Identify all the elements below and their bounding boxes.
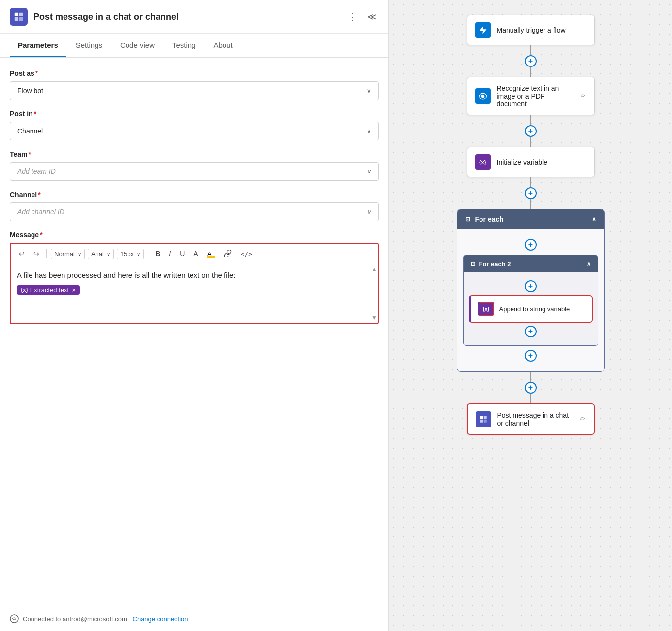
editor-scrollbar: ▲ ▼ [370, 264, 378, 323]
token-label: Extracted text [30, 286, 69, 294]
font-dropdown[interactable]: Arial ∨ [88, 249, 114, 259]
undo-button[interactable]: ↩ [16, 248, 28, 260]
svg-rect-2 [15, 17, 18, 21]
foreach2-header[interactable]: ⊡ For each 2 ∧ [464, 255, 598, 272]
init-var-node[interactable]: {x} Initialize variable [467, 147, 595, 177]
foreach2-body: + {x} Append to string variable + [464, 272, 598, 345]
svg-rect-3 [19, 17, 23, 21]
svg-point-7 [481, 95, 484, 98]
font-chevron-icon: ∨ [107, 251, 110, 257]
append-node[interactable]: {x} Append to string variable [469, 295, 593, 323]
editor-main[interactable]: A file has been processed and here is al… [11, 264, 370, 323]
add-step-btn-foreach[interactable]: + [525, 239, 537, 251]
svg-rect-10 [480, 420, 483, 423]
panel-title: Post message in a chat or channel [33, 12, 347, 22]
link-button[interactable] [221, 248, 235, 259]
editor-area[interactable]: A file has been processed and here is al… [11, 264, 370, 323]
underline-button[interactable]: U [177, 248, 188, 260]
team-label: Team* [10, 150, 379, 158]
message-field-group: Message* ↩ ↪ Normal ∨ Arial ∨ [10, 231, 379, 324]
connector-line [530, 177, 531, 187]
bold-button[interactable]: B [152, 248, 163, 260]
add-step-btn-3[interactable]: + [525, 187, 537, 199]
tab-bar: Parameters Settings Code view Testing Ab… [0, 34, 388, 58]
code-view-button[interactable]: </> [238, 248, 255, 260]
foreach-add-connector-bottom: + [463, 350, 598, 362]
strikethrough-button[interactable]: A [191, 248, 201, 260]
add-step-btn-2[interactable]: + [525, 125, 537, 137]
scroll-up-icon[interactable]: ▲ [371, 266, 377, 273]
post-as-select[interactable]: Flow bot ∨ [10, 81, 379, 100]
ocr-label: Recognize text in an image or a PDF docu… [497, 84, 574, 108]
add-step-btn-foreach2[interactable]: + [525, 280, 537, 292]
token-close-icon[interactable]: × [72, 286, 76, 294]
channel-select[interactable]: Add channel ID ∨ [10, 202, 379, 221]
svg-rect-11 [483, 420, 486, 423]
extracted-text-token[interactable]: {x} Extracted text × [17, 285, 80, 295]
trigger-node[interactable]: Manually trigger a flow [467, 15, 595, 45]
connector-line [530, 45, 531, 55]
style-dropdown[interactable]: Normal ∨ [51, 249, 85, 259]
tab-testing[interactable]: Testing [164, 34, 204, 57]
add-step-btn-foreach2-bottom[interactable]: + [525, 326, 537, 337]
tab-settings[interactable]: Settings [68, 34, 110, 57]
team-select[interactable]: Add team ID ∨ [10, 162, 379, 181]
panel-header: Post message in a chat or channel ⋮ ≪ [0, 0, 388, 34]
post-message-icon [476, 411, 491, 427]
rich-text-toolbar: ↩ ↪ Normal ∨ Arial ∨ 15px ∨ [11, 244, 378, 264]
connector-line [530, 115, 531, 125]
post-in-label: Post in* [10, 110, 379, 118]
init-var-icon: {x} [475, 154, 491, 170]
highlight-button[interactable]: A [204, 248, 218, 260]
message-label: Message* [10, 231, 379, 239]
post-message-node[interactable]: Post message in a chat or channel [467, 403, 595, 435]
left-panel: Post message in a chat or channel ⋮ ≪ Pa… [0, 0, 389, 631]
add-step-btn-1[interactable]: + [525, 55, 537, 67]
foreach-container: ⊡ For each ∧ + ⊡ For each 2 ∧ [457, 209, 605, 372]
tab-about[interactable]: About [206, 34, 241, 57]
tab-code-view[interactable]: Code view [112, 34, 162, 57]
collapse-icon[interactable]: ≪ [365, 9, 379, 24]
foreach-header[interactable]: ⊡ For each ∧ [457, 209, 604, 229]
token-icon: {x} [21, 287, 28, 293]
channel-label: Channel* [10, 191, 379, 199]
post-in-select[interactable]: Channel ∨ [10, 122, 379, 140]
connection-icon [10, 614, 19, 623]
team-field-group: Team* Add team ID ∨ [10, 150, 379, 181]
trigger-label: Manually trigger a flow [497, 26, 566, 34]
post-in-chevron-icon: ∨ [367, 128, 371, 134]
toolbar-separator-2 [148, 249, 148, 258]
connector-line [530, 372, 531, 382]
flow-canvas: Manually trigger a flow + Recognize text… [399, 10, 662, 440]
more-options-icon[interactable]: ⋮ [347, 9, 359, 24]
scroll-down-icon[interactable]: ▼ [371, 314, 377, 321]
size-chevron-icon: ∨ [137, 251, 140, 257]
ocr-node[interactable]: Recognize text in an image or a PDF docu… [467, 77, 595, 115]
italic-button[interactable]: I [166, 248, 174, 260]
foreach2-add-connector: + [469, 280, 593, 292]
foreach2-resize-icon: ⊡ [471, 261, 475, 267]
add-step-btn-4[interactable]: + [525, 382, 537, 394]
add-step-btn-foreach-bottom[interactable]: + [525, 350, 537, 362]
foreach-label: For each [475, 215, 504, 223]
toolbar-separator-1 [46, 249, 47, 258]
foreach2-chevron-icon[interactable]: ∧ [587, 261, 591, 267]
trigger-icon [475, 22, 491, 38]
svg-point-6 [10, 615, 18, 623]
post-as-label: Post as* [10, 69, 379, 77]
editor-text: A file has been processed and here is al… [17, 270, 364, 281]
ocr-icon [475, 88, 491, 104]
tab-parameters[interactable]: Parameters [10, 34, 66, 57]
redo-button[interactable]: ↪ [31, 248, 42, 260]
foreach-add-connector: + [463, 239, 598, 251]
svg-rect-1 [19, 13, 23, 16]
style-chevron-icon: ∨ [78, 251, 81, 257]
foreach-body: + ⊡ For each 2 ∧ + [457, 229, 604, 371]
foreach-resize-icon: ⊡ [465, 216, 470, 223]
foreach-chevron-icon[interactable]: ∧ [592, 216, 596, 223]
size-dropdown[interactable]: 15px ∨ [117, 249, 144, 259]
connector-2: + [525, 115, 537, 147]
change-connection-link[interactable]: Change connection [133, 615, 188, 623]
foreach2-add-connector-bottom: + [469, 326, 593, 337]
foreach2-container: ⊡ For each 2 ∧ + {x} Append to string va… [463, 255, 598, 346]
